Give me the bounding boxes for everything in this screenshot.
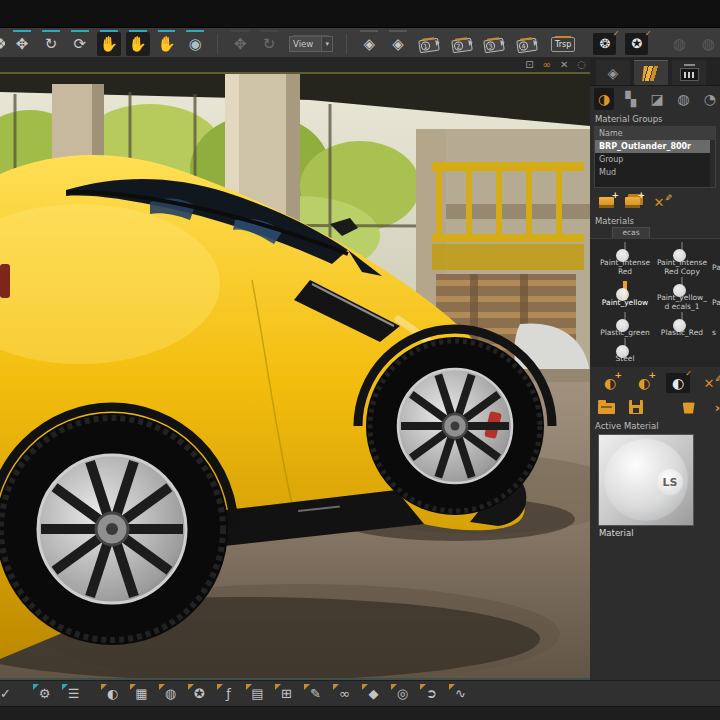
camera-3-button[interactable]: 3 [483, 37, 504, 53]
environment-icon[interactable]: ◍ [158, 683, 183, 705]
material-tile[interactable]: Plastic_green [598, 313, 652, 337]
spin-view-icon[interactable]: ⟳ [68, 32, 92, 56]
material-action-buttons: ◐ + ◐ + ◐ ✓ ✕ ✎ [590, 371, 720, 395]
material-tile[interactable]: Plastic_Red [655, 313, 709, 337]
panel-tabs: ◈ [590, 58, 720, 86]
add-group-button[interactable]: + [598, 195, 616, 209]
clipped-tool-icon[interactable]: ❖ [0, 32, 5, 56]
textures-icon[interactable]: ▦ [129, 683, 154, 705]
name-column-header: Name [595, 127, 715, 140]
shadows-toggle-icon[interactable]: ❂ ✓ [593, 33, 616, 55]
diamond-icon: ◈ [608, 65, 619, 81]
paint-icon[interactable]: ✎ [303, 683, 328, 705]
material-name: Pa [712, 298, 720, 307]
active-material-badge: LS [657, 469, 683, 495]
look-around-icon[interactable]: ◉ [183, 32, 207, 56]
more-chevron-icon[interactable]: › [715, 400, 720, 415]
tool-options-icon[interactable]: ⚙ [32, 683, 57, 705]
orbit-target-icon[interactable]: ◎ [390, 683, 415, 705]
group-row-selected[interactable]: BRP_Outlander_800r [595, 140, 715, 153]
effects-toggle-icon[interactable]: ✪ ✓ [625, 33, 648, 55]
section-textures-icon[interactable]: ▚ [620, 88, 640, 110]
prev-state-icon[interactable]: ◈ [357, 32, 381, 56]
3d-viewport[interactable] [0, 74, 590, 678]
camera-1-button[interactable]: 1 [418, 37, 439, 53]
orbit-view-icon[interactable]: ↻ [39, 32, 63, 56]
chevron-down-icon[interactable]: ▾ [321, 37, 332, 51]
active-material-preview[interactable]: LS [598, 434, 694, 526]
camera-2-button[interactable]: 2 [451, 37, 472, 53]
clone-material-button[interactable]: ◐ + [632, 373, 656, 393]
material-tile[interactable]: Steel [598, 339, 652, 363]
material-tile-selected[interactable]: Paint_yellow [598, 278, 652, 311]
stereo-icon[interactable]: ∞ [332, 683, 357, 705]
tab-render[interactable] [672, 60, 706, 85]
next-state-icon[interactable]: ◈ [386, 32, 410, 56]
material-groups-list[interactable]: Name BRP_Outlander_800r Group Mud [594, 126, 716, 188]
view-dropdown[interactable]: View ▾ [289, 36, 333, 52]
material-tile-clipped[interactable]: Pa [712, 243, 720, 276]
drag-hand-icon[interactable]: ✋ [97, 32, 121, 56]
close-icon[interactable]: ✕ [560, 59, 568, 71]
shadows-glyph: ❂ [599, 36, 610, 51]
drag-hand-snap-icon[interactable]: ✋ [126, 32, 150, 56]
viewport-sub-bar: ⊡ ∞ ✕ ◌ [0, 58, 590, 72]
material-tile[interactable]: Paint_Intense Red [598, 243, 652, 276]
materials-icon[interactable]: ◐ [100, 683, 125, 705]
section-environments-icon[interactable]: ◍ [673, 88, 693, 110]
camera-4-button[interactable]: 4 [516, 37, 537, 53]
section-materials-icon[interactable]: ◑ [594, 88, 614, 110]
materials-group-tab[interactable]: ecas [612, 227, 650, 238]
follow-path-icon[interactable]: ➲ [419, 683, 444, 705]
app-window: ❖ ✥ ↻ ⟳ ✋ ✋ ✋ ◉ ✥ ↻ View ▾ ◈ ◈ 1 2 3 4 T… [0, 0, 720, 720]
animation-icon[interactable]: ▤ [245, 683, 270, 705]
timeline-icon[interactable]: ⊞ [274, 683, 299, 705]
frame-icon[interactable]: ⊡ [525, 59, 533, 71]
plus-icon: + [648, 370, 656, 380]
transparency-button[interactable]: Trsp [551, 37, 575, 52]
group-row[interactable]: Group [595, 153, 715, 166]
move-object-icon[interactable]: ✥ [228, 32, 252, 56]
rotate-object-icon[interactable]: ↻ [257, 32, 281, 56]
tab-library[interactable] [634, 60, 668, 85]
tab-scene[interactable]: ◈ [596, 60, 630, 85]
material-tile[interactable]: Paint_yellow_d ecals_1 [655, 278, 709, 311]
section-extra-icon[interactable]: ◔ [700, 88, 720, 110]
extra-tool-1-icon[interactable]: ◍ [667, 32, 691, 56]
list-scrollbar[interactable] [710, 140, 715, 187]
group-row[interactable]: Mud [595, 166, 715, 179]
save-library-icon[interactable] [629, 400, 643, 414]
new-material-button[interactable]: ◐ + [598, 373, 622, 393]
section-images-icon[interactable]: ◪ [647, 88, 667, 110]
gem-icon[interactable]: ◆ [361, 683, 386, 705]
toolbar-separator [217, 34, 218, 54]
material-tile[interactable]: Paint_Intense Red Copy [655, 243, 709, 276]
material-preview-toggle[interactable]: ◐ ✓ [666, 373, 690, 393]
material-tile-clipped[interactable]: Pa [712, 278, 720, 311]
effects-icon[interactable]: ƒ [216, 683, 241, 705]
material-groups-label: Material Groups [590, 112, 720, 125]
plus-icon: + [614, 370, 622, 380]
trash-icon[interactable] [683, 401, 695, 414]
scene-states-icon[interactable]: ✪ [187, 683, 212, 705]
view-dropdown-value: View [290, 37, 321, 51]
pan-view-icon[interactable]: ✥ [10, 32, 34, 56]
link-icon[interactable]: ∞ [543, 59, 551, 71]
duplicate-group-button[interactable]: + [624, 195, 642, 209]
drag-options-icon[interactable]: ✋ [155, 32, 179, 56]
list-icon[interactable]: ☰ [61, 683, 86, 705]
confirm-icon[interactable]: ✓ [0, 683, 18, 705]
window-title-strip [0, 0, 720, 28]
active-material-name: Material [590, 526, 720, 538]
top-toolbar: ❖ ✥ ↻ ⟳ ✋ ✋ ✋ ◉ ✥ ↻ View ▾ ◈ ◈ 1 2 3 4 T… [0, 28, 720, 58]
material-thumbnail [681, 242, 683, 259]
curve-editor-icon[interactable]: ∿ [448, 683, 473, 705]
dot-icon[interactable]: ◌ [577, 59, 586, 71]
edit-group-button[interactable]: ✕ ✎ [650, 194, 668, 210]
material-tile-clipped[interactable]: s [712, 313, 720, 337]
open-library-folder-icon[interactable] [598, 403, 615, 414]
check-icon: ✓ [685, 369, 692, 378]
extra-tool-2-icon[interactable]: ◍ [696, 32, 720, 56]
edit-material-button[interactable]: ✕ ✎ [700, 375, 718, 391]
library-section-icons: ◑ ▚ ◪ ◍ ◔ [590, 86, 720, 112]
